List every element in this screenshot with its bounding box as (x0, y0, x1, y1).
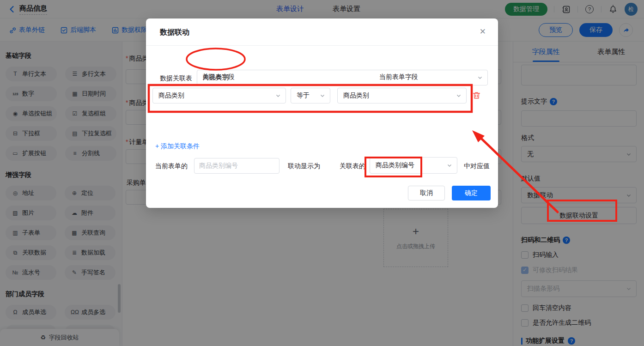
chevron-down-icon (320, 93, 325, 98)
divider (146, 45, 498, 46)
confirm-button[interactable]: 确定 (452, 186, 491, 200)
modal-title: 数据联动 (160, 28, 189, 37)
column-header-relation-field: 关联表字段 (202, 73, 235, 81)
chevron-down-icon (275, 93, 281, 98)
chevron-down-icon (456, 93, 462, 98)
close-icon[interactable]: ✕ (480, 27, 486, 36)
condition-operator-select[interactable]: 等于 (291, 88, 330, 103)
condition-left-value: 商品类别 (158, 91, 275, 100)
relation-table-select[interactable]: 商品类别 (197, 70, 488, 85)
trash-icon (472, 91, 481, 100)
condition-left-select[interactable]: 商品类别 (152, 88, 286, 103)
display-as-label: 联动显示为 (288, 162, 320, 170)
data-linkage-modal: 数据联动 ✕ 数据关联表 商品类别 关联表字段 当前表单字段 商品类别 等于 商… (146, 18, 498, 208)
condition-right-select[interactable]: 商品类别 (337, 88, 467, 103)
matching-value-label: 中对应值 (464, 162, 490, 170)
source-field-select[interactable]: 商品类别编号 (370, 157, 457, 174)
source-field-value: 商品类别编号 (376, 161, 447, 170)
target-field-input[interactable] (194, 158, 279, 174)
relation-table-value: 商品类别 (203, 73, 477, 82)
relation-of-label: 关联表的 (340, 162, 365, 170)
relation-table-label: 数据关联表 (160, 74, 192, 83)
chevron-down-icon (447, 163, 452, 168)
cancel-button[interactable]: 取消 (408, 186, 445, 200)
column-header-current-field: 当前表单字段 (379, 73, 418, 81)
chevron-down-icon (477, 75, 483, 80)
current-form-label: 当前表单的 (155, 162, 188, 170)
add-condition-link[interactable]: + 添加关联条件 (155, 142, 200, 151)
condition-operator-value: 等于 (297, 91, 320, 100)
delete-condition-button[interactable] (472, 91, 481, 101)
condition-right-value: 商品类别 (343, 91, 456, 100)
